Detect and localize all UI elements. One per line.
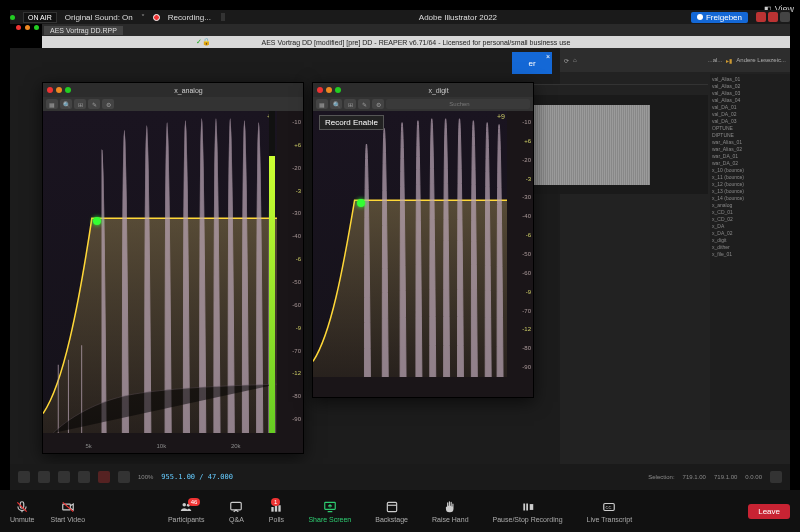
microphone-muted-icon — [14, 500, 30, 514]
file-item[interactable]: x_CD_01 — [712, 209, 788, 216]
hand-icon — [442, 500, 458, 514]
polls-button[interactable]: 1 Polls — [268, 500, 284, 523]
file-item[interactable]: x_analog — [712, 202, 788, 209]
file-item[interactable]: x_12 (bounce) — [712, 181, 788, 188]
home-icon[interactable]: ⌂ — [573, 57, 577, 63]
file-item[interactable]: x_digit — [712, 237, 788, 244]
stop-button[interactable] — [58, 471, 70, 483]
tool-button[interactable]: ⚙ — [102, 99, 114, 109]
share-screen-icon — [322, 500, 338, 514]
tool-button[interactable]: ▦ — [46, 99, 58, 109]
qa-button[interactable]: Q&A — [228, 500, 244, 523]
transport-bar[interactable]: 100% 955.1.00 / 47.000 Selection: 719.1.… — [10, 464, 790, 490]
document-tab[interactable]: AES Vortrag DD.RPP — [44, 26, 123, 35]
lock-icon: ✓🔒 — [196, 38, 211, 46]
file-item[interactable]: x_DA_02 — [712, 230, 788, 237]
analyzer-toolbar[interactable]: ▦ 🔍 ⊞ ✎ ⚙ Suchen — [313, 97, 533, 111]
tool-button[interactable]: ⚙ — [372, 99, 384, 109]
record-controls-icon — [520, 500, 536, 514]
backstage-icon — [384, 500, 400, 514]
browser-tab[interactable]: er× — [512, 52, 552, 74]
raise-hand-button[interactable]: Raise Hand — [432, 500, 469, 523]
backstage-button[interactable]: Backstage — [375, 500, 408, 523]
level-meter — [269, 111, 275, 433]
pause-stop-recording-button[interactable]: Pause/Stop Recording — [493, 500, 563, 523]
analyzer-title: x_digit — [348, 87, 529, 94]
loop-button[interactable] — [118, 471, 130, 483]
file-item[interactable]: val_Alias_01 — [712, 76, 788, 83]
analyzer-window-digit[interactable]: x_digit ▦ 🔍 ⊞ ✎ ⚙ Suchen Record Enable — [312, 82, 534, 398]
window-grid-icons[interactable] — [756, 12, 790, 22]
cc-icon: CC — [601, 500, 617, 514]
db-scale: -10+6-20-3-30-40-6-50-60-9-70-12-80-90 — [507, 111, 533, 377]
analyzer-toolbar[interactable]: ▦ 🔍 ⊞ ✎ ⚙ — [43, 97, 303, 111]
file-item[interactable]: war_DA_01 — [712, 153, 788, 160]
tool-button[interactable]: ⊞ — [74, 99, 86, 109]
search-icon[interactable]: 🔍 — [330, 99, 342, 109]
file-item[interactable]: x_11 (bounce) — [712, 174, 788, 181]
tool-button[interactable]: ✎ — [88, 99, 100, 109]
spectrum-plot[interactable]: +9 — [313, 111, 507, 377]
unmute-button[interactable]: Unmute — [10, 500, 35, 523]
play-button[interactable] — [38, 471, 50, 483]
zoom-percent[interactable]: 100% — [138, 474, 153, 480]
record-button[interactable] — [98, 471, 110, 483]
file-item[interactable]: OPTUNE — [712, 125, 788, 132]
original-sound-toggle[interactable]: Original Sound: On — [65, 13, 133, 22]
live-transcript-button[interactable]: CC Live Transcript — [587, 500, 633, 523]
file-item[interactable]: war_Alias_02 — [712, 146, 788, 153]
file-item[interactable]: x_14 (bounce) — [712, 195, 788, 202]
camera-off-icon — [60, 500, 76, 514]
time-display: 955.1.00 / 47.000 — [161, 473, 233, 481]
participants-count-badge: 46 — [188, 498, 201, 506]
file-item[interactable]: x_CD_02 — [712, 216, 788, 223]
share-screen-button[interactable]: Share Screen — [308, 500, 351, 523]
svg-rect-15 — [529, 504, 533, 510]
tool-button[interactable]: ⊞ — [344, 99, 356, 109]
reload-icon[interactable]: ⟳ — [564, 57, 569, 64]
file-list[interactable]: val_Alias_01val_Alias_02val_Alias_03val_… — [710, 74, 790, 430]
file-item[interactable]: x_DA — [712, 223, 788, 230]
file-item[interactable]: x_10 (bounce) — [712, 167, 788, 174]
file-item[interactable]: x_file_01 — [712, 251, 788, 258]
pause-button[interactable] — [78, 471, 90, 483]
tool-button[interactable]: ▦ — [316, 99, 328, 109]
svg-rect-6 — [231, 502, 242, 510]
polls-count-badge: 1 — [271, 498, 280, 506]
close-icon[interactable]: × — [546, 53, 550, 60]
file-item[interactable]: val_DA_01 — [712, 104, 788, 111]
workspace: er× ⟳ ⌂ ...al... ▸▮ Andere Lesezeic... ▮… — [10, 48, 790, 490]
file-item[interactable]: val_Alias_03 — [712, 90, 788, 97]
spectrum-plot[interactable]: +9 — [43, 111, 277, 433]
participants-button[interactable]: 46 Participants — [168, 500, 205, 523]
folder-icon[interactable]: ▸▮ — [726, 57, 732, 64]
share-button[interactable]: Freigeben — [691, 12, 748, 23]
file-item[interactable]: war_Alias_01 — [712, 139, 788, 146]
reaper-titlebar: ✓🔒 AES Vortrag DD [modified] [pre] DD - … — [42, 36, 790, 48]
search-icon[interactable]: 🔍 — [60, 99, 72, 109]
file-item[interactable]: x_13 (bounce) — [712, 188, 788, 195]
file-item[interactable]: x_dither — [712, 244, 788, 251]
status-dot-icon — [10, 15, 15, 20]
rewind-button[interactable] — [18, 471, 30, 483]
freq-marker[interactable] — [93, 217, 101, 225]
file-item[interactable]: val_Alias_02 — [712, 83, 788, 90]
bookmarks-bar[interactable]: ⟳ ⌂ ...al... ▸▮ Andere Lesezeic... — [560, 48, 790, 72]
start-video-button[interactable]: Start Video — [51, 500, 86, 523]
file-item[interactable]: val_Alias_04 — [712, 97, 788, 104]
tool-button[interactable]: ✎ — [358, 99, 370, 109]
right-panel: er× ⟳ ⌂ ...al... ▸▮ Andere Lesezeic... ▮… — [560, 48, 790, 490]
file-item[interactable]: val_DA_02 — [712, 111, 788, 118]
file-item[interactable]: val_DA_03 — [712, 118, 788, 125]
zoom-control-bar: Unmute Start Video 46 Participants Q&A 1… — [0, 490, 800, 532]
file-item[interactable]: DIPTUNE — [712, 132, 788, 139]
file-item[interactable]: war_DA_02 — [712, 160, 788, 167]
freq-axis: 5k10k20k — [53, 443, 273, 449]
leave-button[interactable]: Leave — [748, 504, 790, 519]
analyzer-title: x_analog — [78, 87, 299, 94]
grid-button[interactable] — [770, 471, 782, 483]
search-input[interactable]: Suchen — [386, 99, 530, 109]
window-traffic-lights[interactable] — [16, 25, 39, 30]
freq-marker[interactable] — [357, 199, 365, 207]
analyzer-window-analog[interactable]: x_analog ▦ 🔍 ⊞ ✎ ⚙ — [42, 82, 304, 454]
